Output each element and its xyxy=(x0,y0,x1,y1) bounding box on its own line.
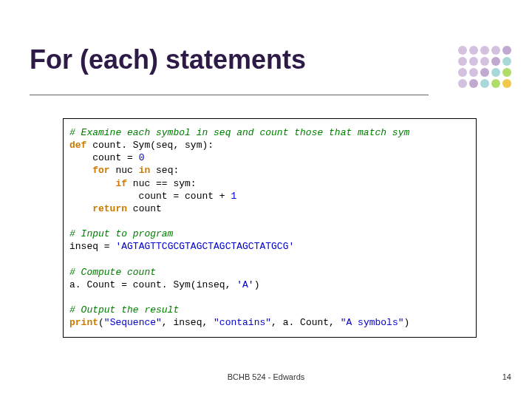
decorative-dot-grid xyxy=(458,46,511,88)
code-string: "Sequence" xyxy=(104,317,162,328)
code-text: a. Count = count. Sym(inseq, xyxy=(69,279,236,290)
code-number: 1 xyxy=(231,191,236,202)
dot-icon xyxy=(502,46,511,55)
dot-icon xyxy=(458,79,467,88)
dot-icon xyxy=(502,57,511,66)
code-text: count = count + xyxy=(69,191,231,202)
code-text: ( xyxy=(98,317,104,328)
dot-icon xyxy=(458,46,467,55)
dot-icon xyxy=(491,46,500,55)
dot-icon xyxy=(469,46,478,55)
code-keyword: print xyxy=(69,317,98,328)
title-area: For (each) statements xyxy=(30,44,488,75)
code-text: ) xyxy=(404,317,410,328)
code-text: nuc xyxy=(110,165,139,176)
dot-icon xyxy=(469,57,478,66)
dot-icon xyxy=(458,57,467,66)
code-text: , inseq, xyxy=(162,317,214,328)
code-comment: # Output the result xyxy=(69,304,179,316)
code-keyword: return xyxy=(92,203,127,214)
code-text: count = xyxy=(69,152,139,163)
dot-icon xyxy=(480,79,489,88)
dot-icon xyxy=(502,79,511,88)
code-number: 0 xyxy=(139,152,145,163)
code-comment: # Input to program xyxy=(69,228,173,239)
dot-icon xyxy=(458,68,467,77)
dot-icon xyxy=(502,68,511,77)
code-string: "contains" xyxy=(214,317,271,328)
dot-icon xyxy=(491,57,500,66)
slide: For (each) statements # Examine each sym… xyxy=(0,0,532,399)
code-text: ) xyxy=(254,279,260,290)
code-text: inseq = xyxy=(69,241,115,252)
code-string: 'AGTAGTTCGCGTAGCTAGCTAGCTATGCG' xyxy=(115,241,294,252)
dot-icon xyxy=(469,68,478,77)
title-underline xyxy=(30,95,429,95)
code-string: 'A' xyxy=(236,279,253,290)
code-string: "A symbols" xyxy=(341,317,404,328)
page-number: 14 xyxy=(502,372,511,381)
footer-text: BCHB 524 - Edwards xyxy=(0,372,532,381)
dot-icon xyxy=(480,57,489,66)
code-keyword: def xyxy=(69,140,86,151)
dot-icon xyxy=(469,79,478,88)
code-text: , a. Count, xyxy=(271,317,341,328)
code-text: seq: xyxy=(150,165,179,176)
slide-title: For (each) statements xyxy=(30,44,306,75)
dot-icon xyxy=(480,68,489,77)
dot-icon xyxy=(491,79,500,88)
code-keyword: for xyxy=(92,165,109,176)
code-text: nuc == sym: xyxy=(127,178,197,189)
code-comment: # Compute count xyxy=(69,267,156,278)
code-keyword: if xyxy=(115,178,127,189)
code-text: count. Sym(seq, sym): xyxy=(86,140,214,151)
code-keyword: in xyxy=(139,165,151,176)
code-text: count xyxy=(127,203,162,214)
dot-icon xyxy=(491,68,500,77)
dot-icon xyxy=(480,46,489,55)
code-block: # Examine each symbol in seq and count t… xyxy=(63,118,477,338)
code-comment: # Examine each symbol in seq and count t… xyxy=(69,127,409,138)
